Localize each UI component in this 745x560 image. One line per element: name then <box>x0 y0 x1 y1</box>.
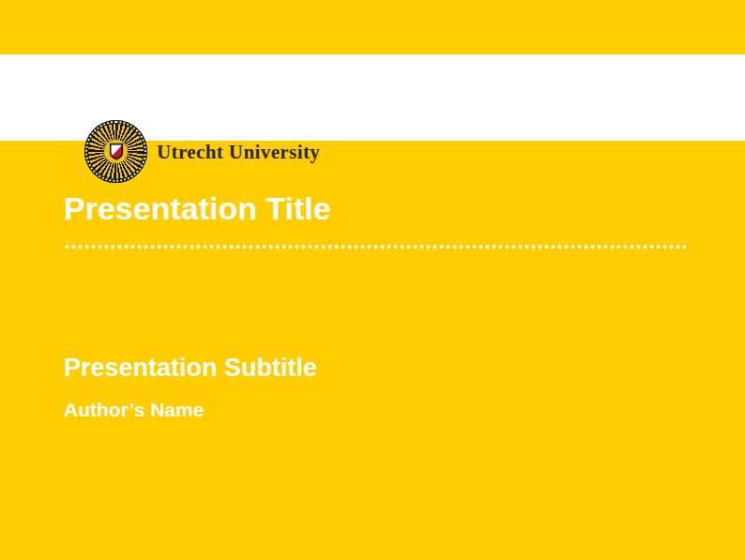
university-wordmark: Utrecht University <box>157 109 320 195</box>
author-name: Author’s Name <box>64 399 204 421</box>
dotted-divider <box>64 243 686 250</box>
presentation-title: Presentation Title <box>64 191 331 225</box>
shield-icon <box>109 142 123 159</box>
presentation-subtitle: Presentation Subtitle <box>64 354 317 382</box>
title-slide: Utrecht University Presentation Title Pr… <box>0 0 745 560</box>
header-band: Utrecht University <box>0 54 745 141</box>
utrecht-university-sun-logo-icon <box>84 120 147 183</box>
